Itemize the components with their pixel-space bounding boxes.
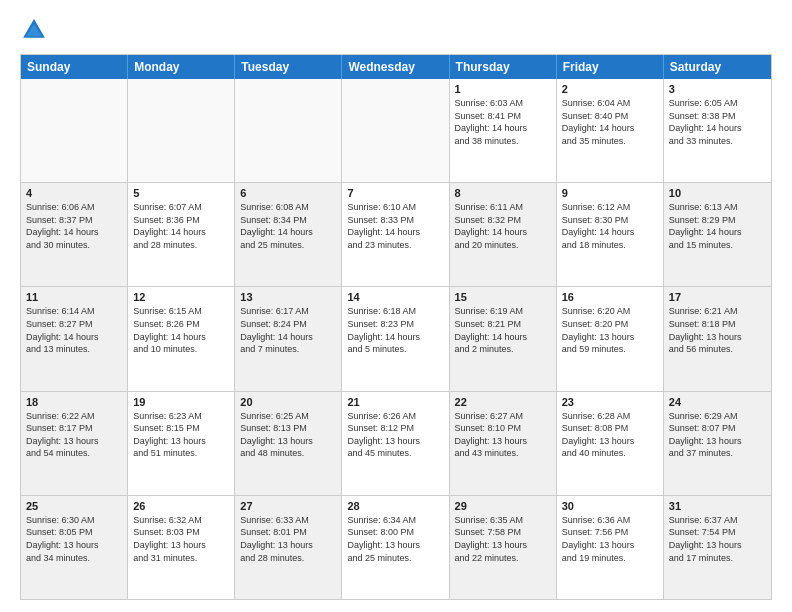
day-info: Sunrise: 6:22 AM Sunset: 8:17 PM Dayligh… xyxy=(26,410,122,460)
page: Sunday Monday Tuesday Wednesday Thursday… xyxy=(0,0,792,612)
calendar-cell-1-1: 5Sunrise: 6:07 AM Sunset: 8:36 PM Daylig… xyxy=(128,183,235,286)
day-info: Sunrise: 6:19 AM Sunset: 8:21 PM Dayligh… xyxy=(455,305,551,355)
day-info: Sunrise: 6:23 AM Sunset: 8:15 PM Dayligh… xyxy=(133,410,229,460)
day-number: 22 xyxy=(455,396,551,408)
day-number: 17 xyxy=(669,291,766,303)
calendar-cell-1-4: 8Sunrise: 6:11 AM Sunset: 8:32 PM Daylig… xyxy=(450,183,557,286)
calendar-cell-2-5: 16Sunrise: 6:20 AM Sunset: 8:20 PM Dayli… xyxy=(557,287,664,390)
calendar-cell-4-2: 27Sunrise: 6:33 AM Sunset: 8:01 PM Dayli… xyxy=(235,496,342,599)
day-number: 26 xyxy=(133,500,229,512)
calendar-cell-3-2: 20Sunrise: 6:25 AM Sunset: 8:13 PM Dayli… xyxy=(235,392,342,495)
calendar-cell-1-3: 7Sunrise: 6:10 AM Sunset: 8:33 PM Daylig… xyxy=(342,183,449,286)
day-info: Sunrise: 6:14 AM Sunset: 8:27 PM Dayligh… xyxy=(26,305,122,355)
day-info: Sunrise: 6:18 AM Sunset: 8:23 PM Dayligh… xyxy=(347,305,443,355)
day-info: Sunrise: 6:32 AM Sunset: 8:03 PM Dayligh… xyxy=(133,514,229,564)
calendar-cell-1-6: 10Sunrise: 6:13 AM Sunset: 8:29 PM Dayli… xyxy=(664,183,771,286)
day-number: 16 xyxy=(562,291,658,303)
day-number: 2 xyxy=(562,83,658,95)
calendar-cell-0-6: 3Sunrise: 6:05 AM Sunset: 8:38 PM Daylig… xyxy=(664,79,771,182)
calendar-cell-3-6: 24Sunrise: 6:29 AM Sunset: 8:07 PM Dayli… xyxy=(664,392,771,495)
day-info: Sunrise: 6:20 AM Sunset: 8:20 PM Dayligh… xyxy=(562,305,658,355)
day-info: Sunrise: 6:17 AM Sunset: 8:24 PM Dayligh… xyxy=(240,305,336,355)
calendar-row-1: 4Sunrise: 6:06 AM Sunset: 8:37 PM Daylig… xyxy=(21,183,771,287)
calendar-cell-2-3: 14Sunrise: 6:18 AM Sunset: 8:23 PM Dayli… xyxy=(342,287,449,390)
calendar-cell-4-5: 30Sunrise: 6:36 AM Sunset: 7:56 PM Dayli… xyxy=(557,496,664,599)
calendar-cell-1-5: 9Sunrise: 6:12 AM Sunset: 8:30 PM Daylig… xyxy=(557,183,664,286)
calendar-cell-2-4: 15Sunrise: 6:19 AM Sunset: 8:21 PM Dayli… xyxy=(450,287,557,390)
day-info: Sunrise: 6:33 AM Sunset: 8:01 PM Dayligh… xyxy=(240,514,336,564)
day-number: 10 xyxy=(669,187,766,199)
calendar-header: Sunday Monday Tuesday Wednesday Thursday… xyxy=(21,55,771,79)
header-wednesday: Wednesday xyxy=(342,55,449,79)
calendar-cell-1-0: 4Sunrise: 6:06 AM Sunset: 8:37 PM Daylig… xyxy=(21,183,128,286)
day-info: Sunrise: 6:12 AM Sunset: 8:30 PM Dayligh… xyxy=(562,201,658,251)
day-number: 29 xyxy=(455,500,551,512)
calendar-cell-3-1: 19Sunrise: 6:23 AM Sunset: 8:15 PM Dayli… xyxy=(128,392,235,495)
day-number: 1 xyxy=(455,83,551,95)
calendar-cell-1-2: 6Sunrise: 6:08 AM Sunset: 8:34 PM Daylig… xyxy=(235,183,342,286)
day-number: 31 xyxy=(669,500,766,512)
day-info: Sunrise: 6:11 AM Sunset: 8:32 PM Dayligh… xyxy=(455,201,551,251)
calendar-cell-4-1: 26Sunrise: 6:32 AM Sunset: 8:03 PM Dayli… xyxy=(128,496,235,599)
day-number: 3 xyxy=(669,83,766,95)
calendar-cell-2-2: 13Sunrise: 6:17 AM Sunset: 8:24 PM Dayli… xyxy=(235,287,342,390)
day-info: Sunrise: 6:27 AM Sunset: 8:10 PM Dayligh… xyxy=(455,410,551,460)
day-number: 24 xyxy=(669,396,766,408)
calendar-cell-4-3: 28Sunrise: 6:34 AM Sunset: 8:00 PM Dayli… xyxy=(342,496,449,599)
day-info: Sunrise: 6:13 AM Sunset: 8:29 PM Dayligh… xyxy=(669,201,766,251)
header-sunday: Sunday xyxy=(21,55,128,79)
header xyxy=(20,16,772,44)
day-number: 5 xyxy=(133,187,229,199)
calendar-cell-2-1: 12Sunrise: 6:15 AM Sunset: 8:26 PM Dayli… xyxy=(128,287,235,390)
logo xyxy=(20,16,52,44)
day-info: Sunrise: 6:10 AM Sunset: 8:33 PM Dayligh… xyxy=(347,201,443,251)
day-number: 20 xyxy=(240,396,336,408)
day-number: 14 xyxy=(347,291,443,303)
calendar-cell-0-2 xyxy=(235,79,342,182)
day-number: 12 xyxy=(133,291,229,303)
header-monday: Monday xyxy=(128,55,235,79)
day-number: 11 xyxy=(26,291,122,303)
calendar-row-3: 18Sunrise: 6:22 AM Sunset: 8:17 PM Dayli… xyxy=(21,392,771,496)
calendar-cell-3-0: 18Sunrise: 6:22 AM Sunset: 8:17 PM Dayli… xyxy=(21,392,128,495)
calendar-row-4: 25Sunrise: 6:30 AM Sunset: 8:05 PM Dayli… xyxy=(21,496,771,599)
calendar-cell-2-6: 17Sunrise: 6:21 AM Sunset: 8:18 PM Dayli… xyxy=(664,287,771,390)
day-number: 13 xyxy=(240,291,336,303)
day-info: Sunrise: 6:07 AM Sunset: 8:36 PM Dayligh… xyxy=(133,201,229,251)
calendar-cell-0-5: 2Sunrise: 6:04 AM Sunset: 8:40 PM Daylig… xyxy=(557,79,664,182)
day-info: Sunrise: 6:25 AM Sunset: 8:13 PM Dayligh… xyxy=(240,410,336,460)
day-info: Sunrise: 6:21 AM Sunset: 8:18 PM Dayligh… xyxy=(669,305,766,355)
calendar-cell-3-3: 21Sunrise: 6:26 AM Sunset: 8:12 PM Dayli… xyxy=(342,392,449,495)
calendar-cell-0-4: 1Sunrise: 6:03 AM Sunset: 8:41 PM Daylig… xyxy=(450,79,557,182)
calendar-cell-4-0: 25Sunrise: 6:30 AM Sunset: 8:05 PM Dayli… xyxy=(21,496,128,599)
day-number: 25 xyxy=(26,500,122,512)
day-info: Sunrise: 6:26 AM Sunset: 8:12 PM Dayligh… xyxy=(347,410,443,460)
day-info: Sunrise: 6:15 AM Sunset: 8:26 PM Dayligh… xyxy=(133,305,229,355)
calendar-cell-0-3 xyxy=(342,79,449,182)
day-info: Sunrise: 6:34 AM Sunset: 8:00 PM Dayligh… xyxy=(347,514,443,564)
day-info: Sunrise: 6:29 AM Sunset: 8:07 PM Dayligh… xyxy=(669,410,766,460)
day-number: 19 xyxy=(133,396,229,408)
header-saturday: Saturday xyxy=(664,55,771,79)
calendar-cell-3-5: 23Sunrise: 6:28 AM Sunset: 8:08 PM Dayli… xyxy=(557,392,664,495)
calendar-cell-4-6: 31Sunrise: 6:37 AM Sunset: 7:54 PM Dayli… xyxy=(664,496,771,599)
day-number: 7 xyxy=(347,187,443,199)
day-info: Sunrise: 6:37 AM Sunset: 7:54 PM Dayligh… xyxy=(669,514,766,564)
day-info: Sunrise: 6:03 AM Sunset: 8:41 PM Dayligh… xyxy=(455,97,551,147)
calendar-cell-0-0 xyxy=(21,79,128,182)
day-info: Sunrise: 6:04 AM Sunset: 8:40 PM Dayligh… xyxy=(562,97,658,147)
day-info: Sunrise: 6:28 AM Sunset: 8:08 PM Dayligh… xyxy=(562,410,658,460)
calendar-row-0: 1Sunrise: 6:03 AM Sunset: 8:41 PM Daylig… xyxy=(21,79,771,183)
day-number: 15 xyxy=(455,291,551,303)
calendar-cell-3-4: 22Sunrise: 6:27 AM Sunset: 8:10 PM Dayli… xyxy=(450,392,557,495)
day-number: 6 xyxy=(240,187,336,199)
calendar-cell-0-1 xyxy=(128,79,235,182)
day-number: 23 xyxy=(562,396,658,408)
day-info: Sunrise: 6:06 AM Sunset: 8:37 PM Dayligh… xyxy=(26,201,122,251)
header-tuesday: Tuesday xyxy=(235,55,342,79)
day-number: 9 xyxy=(562,187,658,199)
day-number: 27 xyxy=(240,500,336,512)
header-friday: Friday xyxy=(557,55,664,79)
day-number: 21 xyxy=(347,396,443,408)
calendar-cell-2-0: 11Sunrise: 6:14 AM Sunset: 8:27 PM Dayli… xyxy=(21,287,128,390)
